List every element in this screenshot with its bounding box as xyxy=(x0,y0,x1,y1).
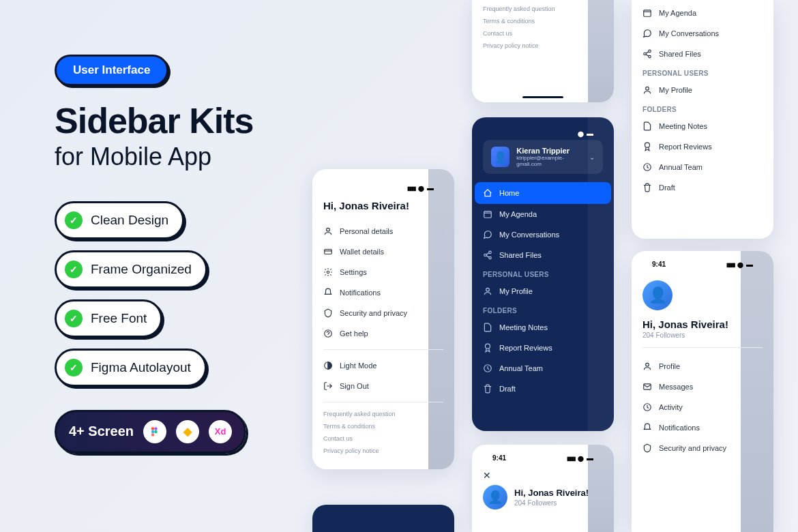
menu-wallet-details[interactable]: Wallet details› xyxy=(323,241,443,262)
check-icon: ✓ xyxy=(65,359,83,376)
menu-meeting-notes[interactable]: Meeting Notes xyxy=(483,317,603,338)
greeting-text: Hi, Jonas Riveira! xyxy=(642,319,763,330)
menu-report-reviews[interactable]: Report Reviews xyxy=(483,338,603,358)
followers-text: 204 Followers xyxy=(514,499,589,507)
menu-notifications[interactable]: Notifications xyxy=(642,417,763,438)
greeting-text: Hi, Jonas Riveira! xyxy=(323,200,443,211)
shield-icon xyxy=(642,443,652,453)
menu-my-profile[interactable]: My Profile xyxy=(483,281,603,301)
trash-icon xyxy=(642,183,652,192)
phone-mockup-dark-sidebar: 👤 Kieran Trippierktrippier@example-gmail… xyxy=(472,117,614,431)
menu-messages[interactable]: Messages xyxy=(642,376,763,397)
menu-profile[interactable]: Profile xyxy=(642,356,763,376)
logout-icon xyxy=(323,381,333,391)
footer-contact[interactable]: Contact us xyxy=(483,27,603,40)
main-title: Sidebar Kits xyxy=(55,102,314,140)
share-icon xyxy=(642,49,652,59)
menu-help[interactable]: Get help› xyxy=(323,323,443,344)
section-folders: FOLDERS xyxy=(483,301,603,317)
footer-privacy[interactable]: Privacy policy notice xyxy=(323,445,443,457)
person-icon xyxy=(642,85,652,95)
svg-point-13 xyxy=(489,256,492,259)
chevron-right-icon: › xyxy=(441,330,443,338)
subtitle: for Mobile App xyxy=(55,143,314,171)
svg-point-21 xyxy=(646,87,649,90)
menu-my-conversations[interactable]: My Conversations xyxy=(642,23,763,44)
menu-my-profile[interactable]: My Profile xyxy=(642,80,763,100)
menu-draft[interactable]: Draft xyxy=(642,177,763,198)
menu-meeting-notes[interactable]: Meeting Notes xyxy=(642,116,763,136)
svg-point-5 xyxy=(327,228,330,231)
badge-icon xyxy=(483,343,492,353)
menu-my-conversations[interactable]: My Conversations xyxy=(483,224,603,245)
menu-my-agenda[interactable]: My Agenda xyxy=(642,3,763,23)
svg-point-22 xyxy=(645,143,650,147)
menu-personal-details[interactable]: Personal details› xyxy=(323,221,443,241)
svg-point-2 xyxy=(151,430,155,433)
calendar-icon xyxy=(483,209,492,219)
chevron-right-icon: › xyxy=(441,310,443,317)
user-card[interactable]: 👤 Kieran Trippierktrippier@example-gmail… xyxy=(483,140,603,174)
clock-icon xyxy=(483,364,492,373)
menu-light-mode[interactable]: Light Mode› xyxy=(323,355,443,376)
svg-point-12 xyxy=(484,254,487,256)
trash-icon xyxy=(483,384,492,394)
menu-report-reviews[interactable]: Report Reviews xyxy=(642,136,763,157)
status-icons xyxy=(578,130,593,137)
avatar: 👤 xyxy=(642,280,673,310)
chevron-right-icon: › xyxy=(441,269,443,276)
phone-mockup-fragment-top: Frequently asked question Terms & condit… xyxy=(472,0,614,102)
activity-icon xyxy=(642,402,652,412)
phone-mockup-light-settings: Hi, Jonas Riveira! Personal details› Wal… xyxy=(312,169,454,469)
check-icon: ✓ xyxy=(65,261,83,278)
person-icon xyxy=(483,286,492,296)
wallet-icon xyxy=(323,247,333,256)
check-icon: ✓ xyxy=(65,211,83,229)
footer-faq[interactable]: Frequently asked question xyxy=(483,3,603,15)
svg-point-20 xyxy=(649,55,651,58)
menu-annual-team[interactable]: Annual Team xyxy=(642,157,763,177)
chevron-right-icon: › xyxy=(441,228,443,235)
menu-activity[interactable]: Activity xyxy=(642,397,763,417)
note-icon xyxy=(642,121,652,131)
footer-contact[interactable]: Contact us xyxy=(323,432,443,445)
menu-shared-files[interactable]: Shared Files xyxy=(483,245,603,265)
footer-privacy[interactable]: Privacy policy notice xyxy=(483,40,603,52)
menu-sign-out[interactable]: Sign Out› xyxy=(323,376,443,396)
menu-security[interactable]: Security and privacy› xyxy=(323,303,443,323)
status-icons xyxy=(567,454,593,462)
chevron-right-icon: › xyxy=(441,248,443,256)
phone-mockup-light-sidebar: My Agenda My Conversations Shared Files … xyxy=(632,0,773,239)
menu-my-agenda[interactable]: My Agenda xyxy=(483,204,603,224)
bell-icon xyxy=(323,288,333,297)
svg-rect-10 xyxy=(484,211,492,218)
xd-icon: Xd xyxy=(209,420,232,443)
chevron-right-icon: › xyxy=(441,289,443,297)
person-icon xyxy=(323,226,333,236)
phone-mockup-fragment-dark xyxy=(312,505,454,532)
home-icon xyxy=(483,188,492,198)
note-icon xyxy=(483,323,492,332)
menu-settings[interactable]: Settings› xyxy=(323,262,443,282)
phone-mockup-profile: 9:41 👤 Hi, Jonas Riveira! 204 Followers … xyxy=(632,251,773,532)
avatar: 👤 xyxy=(483,485,507,509)
screen-count-badge: 4+ Screen ◆ Xd xyxy=(55,410,246,454)
section-personal-users: PERSONAL USERS xyxy=(483,265,603,281)
svg-point-8 xyxy=(325,330,332,338)
menu-annual-team[interactable]: Annual Team xyxy=(483,358,603,379)
footer-terms[interactable]: Terms & conditions xyxy=(483,15,603,27)
menu-shared-files[interactable]: Shared Files xyxy=(642,44,763,64)
avatar: 👤 xyxy=(491,147,509,167)
footer-faq[interactable]: Frequently asked question xyxy=(323,408,443,420)
chat-icon xyxy=(483,230,492,239)
menu-notifications[interactable]: Notifications› xyxy=(323,282,443,303)
menu-draft[interactable]: Draft xyxy=(483,379,603,399)
feature-clean-design: ✓Clean Design xyxy=(55,201,184,239)
footer-terms[interactable]: Terms & conditions xyxy=(323,420,443,432)
close-icon[interactable]: ✕ xyxy=(483,470,603,481)
svg-point-14 xyxy=(486,288,490,291)
sketch-icon: ◆ xyxy=(176,420,199,443)
menu-home[interactable]: Home xyxy=(475,182,611,204)
menu-security[interactable]: Security and privacy xyxy=(642,438,763,458)
status-time: 9:41 xyxy=(652,261,666,268)
